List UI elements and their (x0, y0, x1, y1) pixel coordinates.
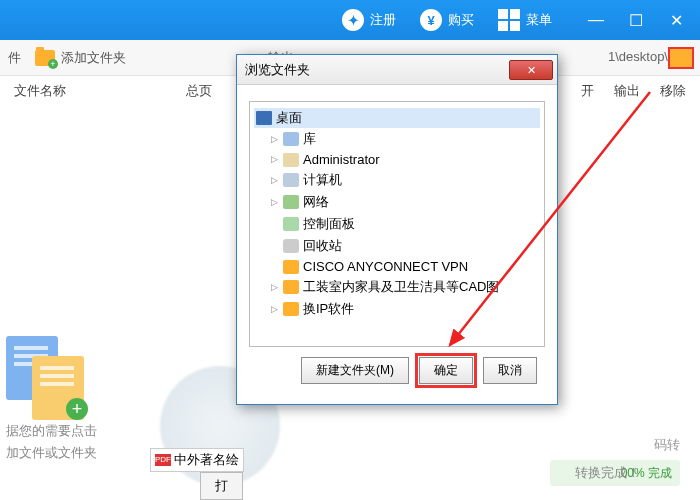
path-tail: 1\desktop\ (608, 49, 692, 67)
network-icon (283, 195, 299, 209)
user-icon: ✦ (342, 9, 364, 31)
add-folder-button[interactable]: + 添加文件夹 (35, 49, 126, 67)
folder-tree[interactable]: 桌面 ▷库 ▷Administrator ▷计算机 ▷网络 控制面板 回收站 C… (249, 101, 545, 347)
done-label: 转换完成！ (575, 464, 640, 482)
tree-item[interactable]: ▷Administrator (254, 150, 540, 169)
browse-folder-button[interactable] (670, 49, 692, 67)
tree-item[interactable]: ▷计算机 (254, 169, 540, 191)
browse-folder-dialog: 浏览文件夹 ✕ 桌面 ▷库 ▷Administrator ▷计算机 ▷网络 控制… (236, 54, 558, 405)
dialog-title: 浏览文件夹 (245, 61, 310, 79)
cancel-button[interactable]: 取消 (483, 357, 537, 384)
folder-icon (283, 260, 299, 274)
buy-button[interactable]: ¥购买 (410, 5, 484, 35)
col-name: 文件名称 (14, 82, 66, 100)
dialog-titlebar[interactable]: 浏览文件夹 ✕ (237, 55, 557, 85)
tree-item[interactable]: 回收站 (254, 235, 540, 257)
drop-hint: + 据您的需要点击加文件或文件夹 (6, 336, 97, 464)
ok-button[interactable]: 确定 (419, 357, 473, 384)
tree-item[interactable]: ▷换IP软件 (254, 298, 540, 320)
desktop-icon (256, 111, 272, 125)
minimize-button[interactable]: — (576, 0, 616, 40)
title-bar: ✦注册 ¥购买 菜单 — ☐ ✕ (0, 0, 700, 40)
folder-icon (283, 280, 299, 294)
grid-icon (498, 9, 520, 31)
computer-icon (283, 173, 299, 187)
recycle-bin-icon (283, 239, 299, 253)
col-export: 输出 (614, 82, 640, 100)
documents-icon: + (6, 336, 86, 416)
menu-label: 菜单 (526, 11, 552, 29)
tree-item[interactable]: ▷工装室内家具及卫生洁具等CAD图 (254, 276, 540, 298)
tree-item[interactable]: ▷库 (254, 128, 540, 150)
tree-item[interactable]: 控制面板 (254, 213, 540, 235)
menu-button[interactable]: 菜单 (488, 5, 562, 35)
folder-icon (283, 302, 299, 316)
yen-icon: ¥ (420, 9, 442, 31)
add-folder-label: 添加文件夹 (61, 49, 126, 67)
tree-root[interactable]: 桌面 (254, 108, 540, 128)
tree-item[interactable]: ▷网络 (254, 191, 540, 213)
maximize-button[interactable]: ☐ (616, 0, 656, 40)
pdf-icon: PDF (155, 454, 171, 466)
open-button[interactable]: 打 (200, 472, 243, 500)
register-button[interactable]: ✦注册 (332, 5, 406, 35)
control-panel-icon (283, 217, 299, 231)
col-open: 开 (581, 82, 594, 100)
file-label: 件 (8, 49, 21, 67)
col-remove: 移除 (660, 82, 686, 100)
col-pages: 总页 (186, 82, 212, 100)
new-folder-button[interactable]: 新建文件夹(M) (301, 357, 409, 384)
close-button[interactable]: ✕ (656, 0, 696, 40)
buy-label: 购买 (448, 11, 474, 29)
register-label: 注册 (370, 11, 396, 29)
library-icon (283, 132, 299, 146)
user-folder-icon (283, 153, 299, 167)
folder-plus-icon: + (35, 50, 55, 66)
pdf-file-chip: PDF中外著名绘 (150, 448, 244, 472)
dialog-close-button[interactable]: ✕ (509, 60, 553, 80)
tree-item[interactable]: CISCO ANYCONNECT VPN (254, 257, 540, 276)
